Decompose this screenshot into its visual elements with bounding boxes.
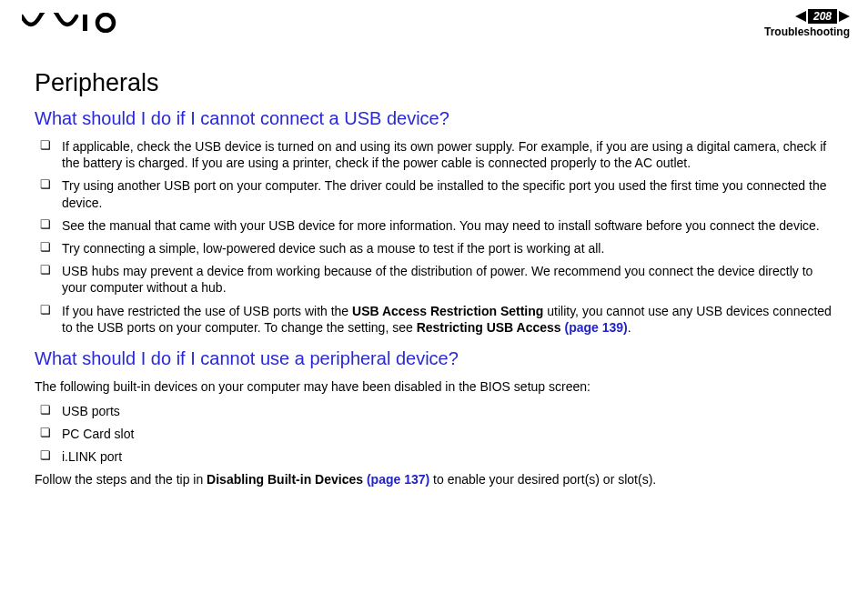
page-title: Peripherals [35,69,839,97]
list-item: If applicable, check the USB device is t… [40,138,839,171]
section2-intro: The following built-in devices on your c… [35,378,839,396]
page-ref-link[interactable]: (page 139) [565,320,628,335]
section2-list: USB ports PC Card slot i.LINK port [40,403,839,466]
section1-heading: What should I do if I cannot connect a U… [35,108,839,129]
page-ref-link[interactable]: (page 137) [367,472,429,487]
list-item: USB hubs may prevent a device from worki… [40,263,839,296]
bold-text: USB Access Restriction Setting [352,304,543,318]
list-item: See the manual that came with your USB d… [40,217,839,234]
section2-heading: What should I do if I cannot use a perip… [35,348,839,369]
list-item: USB ports [40,403,839,419]
vaio-logo-icon [22,13,120,33]
section1-list: If applicable, check the USB device is t… [40,138,839,336]
section2-outro: Follow the steps and the tip in Disablin… [35,471,839,488]
section-label: Troubleshooting [764,25,850,38]
prev-page-arrow-icon[interactable] [795,11,806,22]
list-item: PC Card slot [40,426,839,442]
vaio-logo [22,9,120,33]
bold-text: Disabling Built-in Devices [207,472,367,487]
header-right: 208 Troubleshooting [764,9,850,38]
page-number: 208 [808,9,837,24]
list-item: i.LINK port [40,448,839,465]
bold-text: Restricting USB Access [417,320,565,335]
svg-rect-0 [83,15,87,31]
next-page-arrow-icon[interactable] [839,11,850,22]
list-item: Try using another USB port on your compu… [40,177,839,210]
list-item: If you have restricted the use of USB po… [40,303,839,336]
page-header: 208 Troubleshooting [0,0,868,44]
list-item: Try connecting a simple, low-powered dev… [40,240,839,256]
content: Peripherals What should I do if I cannot… [0,44,868,488]
svg-point-1 [97,15,114,31]
page-nav: 208 [764,9,850,24]
